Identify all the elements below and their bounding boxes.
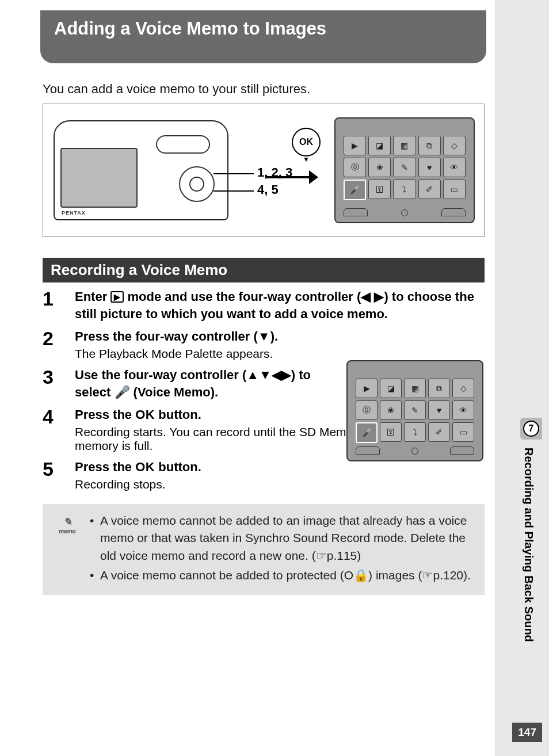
palette-cell-icon: ▶ bbox=[356, 379, 378, 398]
palette-cell-icon: ⚿ bbox=[380, 422, 402, 442]
camera-brand-label: PENTAX bbox=[62, 210, 86, 216]
step-title-pre: Press the bbox=[75, 407, 135, 422]
ok-button-label: OK bbox=[135, 460, 155, 474]
palette-cell-icon: ✐ bbox=[428, 422, 450, 442]
memo-bullet: A voice memo cannot be added to an image… bbox=[90, 512, 474, 564]
step-title-post: button. bbox=[155, 407, 201, 422]
right-rail: 7 Recording and Playing Back Sound 147 bbox=[495, 0, 549, 756]
intro-text: You can add a voice memo to your still p… bbox=[43, 82, 495, 97]
palette-cell-icon: 👁 bbox=[452, 400, 474, 420]
step-desc: Recording stops. bbox=[75, 478, 485, 491]
palette-cell-icon: 🎤 bbox=[344, 180, 366, 200]
memo-icon: memo bbox=[53, 512, 82, 587]
chapter-title: Recording and Playing Back Sound bbox=[522, 448, 535, 642]
memo-bullet: A voice memo cannot be added to protecte… bbox=[90, 567, 474, 584]
palette-cell-icon: ◪ bbox=[368, 136, 391, 155]
footer-cap-icon bbox=[450, 446, 474, 455]
palette-cell-icon: ⧉ bbox=[418, 136, 441, 155]
palette-cell-icon: ✎ bbox=[393, 158, 415, 177]
palette-cell-icon: ♥ bbox=[428, 400, 450, 420]
camera-top-button-icon bbox=[156, 135, 210, 154]
palette-cell-icon: ▭ bbox=[452, 422, 474, 442]
step-item: 5 Press the OK button. Recording stops. bbox=[43, 459, 485, 491]
palette-cell-icon: ▦ bbox=[393, 136, 415, 155]
secondary-palette-container: ▶◪▦⧉◇⓪❀✎♥👁🎤⚿⤵✐▭ bbox=[346, 360, 483, 461]
section-header: Recording a Voice Memo bbox=[43, 258, 485, 282]
footer-cap-icon bbox=[356, 446, 380, 455]
camera-lcd-icon bbox=[60, 148, 138, 208]
palette-cell-icon: 👁 bbox=[443, 158, 466, 177]
record-dot-icon bbox=[401, 209, 408, 216]
palette-cell-icon: 🎤 bbox=[356, 422, 378, 443]
step-number: 2 bbox=[43, 328, 75, 361]
palette-cell-icon: ◪ bbox=[380, 379, 402, 398]
palette-cell-icon: ⓪ bbox=[356, 400, 378, 420]
palette-cell-icon: ❀ bbox=[380, 400, 402, 420]
playback-mode-icon: ▶ bbox=[110, 291, 124, 303]
palette-cell-icon: ⓪ bbox=[344, 158, 366, 177]
step-desc: The Playback Mode Palette appears. bbox=[75, 347, 485, 361]
page-number: 147 bbox=[512, 723, 542, 742]
camera-illustration: PENTAX bbox=[54, 120, 228, 220]
playback-palette-screen: ▶◪▦⧉◇⓪❀✎♥👁🎤⚿⤵✐▭ bbox=[334, 117, 475, 223]
palette-cell-icon: ◇ bbox=[443, 136, 466, 155]
arrow-right-icon bbox=[265, 176, 311, 178]
playback-palette-screen: ▶◪▦⧉◇⓪❀✎♥👁🎤⚿⤵✐▭ bbox=[346, 360, 483, 461]
chapter-tab: 7 bbox=[520, 418, 542, 440]
palette-cell-icon: ❀ bbox=[368, 158, 391, 177]
step-number: 1 bbox=[43, 288, 75, 322]
memo-box: memo A voice memo cannot be added to an … bbox=[43, 504, 485, 595]
palette-cell-icon: ▭ bbox=[443, 180, 466, 199]
step-title-post: (Voice Memo). bbox=[130, 385, 219, 399]
step-item: 1 Enter ▶ mode and use the four-way cont… bbox=[43, 288, 485, 322]
leader-line-icon bbox=[214, 173, 254, 174]
step-number: 4 bbox=[43, 406, 75, 453]
chapter-number: 7 bbox=[523, 421, 539, 437]
step-title-pre: Press the bbox=[75, 460, 135, 474]
manual-page: Adding a Voice Memo to Images You can ad… bbox=[0, 0, 495, 756]
ok-button-label: OK bbox=[135, 407, 155, 422]
step-title-mid: mode and use the four-way controller (◀ … bbox=[75, 289, 474, 321]
palette-cell-icon: ✎ bbox=[404, 400, 426, 420]
palette-cell-icon: ▶ bbox=[344, 136, 366, 155]
footer-cap-icon bbox=[344, 208, 368, 216]
step-title-pre: Enter bbox=[75, 289, 110, 304]
four-way-controller-icon bbox=[179, 166, 215, 202]
step-title-post: button. bbox=[155, 460, 201, 474]
footer-cap-icon bbox=[441, 208, 466, 216]
palette-cell-icon: ⤵ bbox=[404, 422, 426, 442]
palette-cell-icon: ⚿ bbox=[368, 180, 391, 199]
diagram-container: PENTAX 1, 2, 3 4, 5 OK ▶◪▦⧉◇⓪❀✎♥👁🎤⚿⤵✐▭ bbox=[43, 104, 485, 237]
step-item: 2 Press the four-way controller (▼). The… bbox=[43, 328, 485, 361]
leader-label-2: 4, 5 bbox=[257, 182, 279, 197]
memo-list: A voice memo cannot be added to an image… bbox=[90, 512, 474, 587]
record-dot-icon bbox=[411, 448, 418, 455]
palette-cell-icon: ✐ bbox=[418, 180, 441, 199]
palette-cell-icon: ⤵ bbox=[393, 180, 415, 199]
page-title: Adding a Voice Memo to Images bbox=[40, 10, 486, 63]
palette-cell-icon: ⧉ bbox=[428, 379, 450, 398]
ok-button-icon: OK bbox=[292, 128, 321, 156]
step-number: 5 bbox=[43, 459, 75, 491]
palette-cell-icon: ▦ bbox=[404, 379, 426, 398]
palette-cell-icon: ♥ bbox=[418, 158, 441, 177]
leader-line-icon bbox=[214, 190, 254, 192]
step-number: 3 bbox=[43, 366, 75, 400]
microphone-icon: 🎤 bbox=[115, 385, 130, 399]
palette-cell-icon: ◇ bbox=[452, 379, 474, 398]
step-title: Press the four-way controller (▼). bbox=[75, 328, 485, 345]
